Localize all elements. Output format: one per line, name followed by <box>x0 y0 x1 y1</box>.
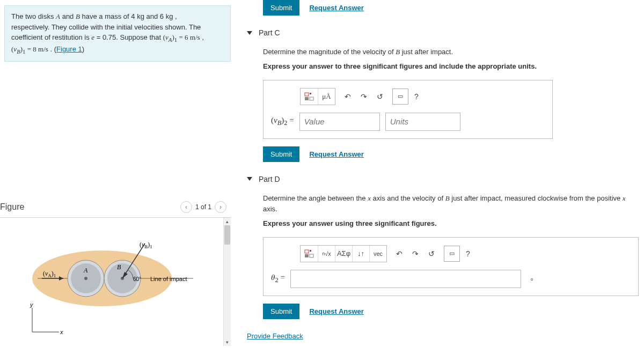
part-c-request-answer-link[interactable]: Request Answer <box>309 150 363 158</box>
part-c-units-input[interactable] <box>385 113 460 131</box>
part-d-submit-button[interactable]: Submit <box>263 304 299 319</box>
svg-rect-24 <box>305 97 309 100</box>
figure-link[interactable]: Figure 1 <box>56 45 82 53</box>
provide-feedback-link[interactable]: Provide Feedback <box>247 332 303 340</box>
pager-prev-button[interactable]: ‹ <box>180 201 192 213</box>
part-d-answer-frame: n√x ΑΣφ ↓↑ vec ↶ ↷ ↺ ▭ ? θ2 = ∘ <box>263 237 639 296</box>
scroll-up-icon[interactable]: ▴ <box>223 218 231 225</box>
redo-button-d[interactable]: ↷ <box>407 246 423 262</box>
part-c-submit-button[interactable]: Submit <box>263 146 299 162</box>
svg-text:A: A <box>83 267 88 274</box>
keyboard-button[interactable]: ▭ <box>392 88 408 105</box>
scroll-thumb[interactable] <box>224 225 230 245</box>
part-c-toggle[interactable] <box>247 31 252 35</box>
scroll-down-icon[interactable]: ▾ <box>223 338 231 346</box>
part-c-instr2: Express your answer to three significant… <box>263 61 639 72</box>
greek-button[interactable]: ΑΣφ <box>335 246 352 262</box>
templates-button-d[interactable] <box>301 246 318 262</box>
prompt-text: The two disks <box>11 12 56 20</box>
undo-button[interactable]: ↶ <box>340 88 356 105</box>
sqrt-button[interactable]: n√x <box>318 246 335 262</box>
svg-rect-29 <box>310 254 313 257</box>
reset-button[interactable]: ↺ <box>372 88 388 105</box>
svg-text:Line of impact: Line of impact <box>150 276 187 282</box>
figure-pager: ‹ 1 of 1 › <box>180 201 226 213</box>
svg-text:60°: 60° <box>133 276 141 282</box>
updown-button[interactable]: ↓↑ <box>352 246 369 262</box>
part-c-instr1: Determine the magnitude of the velocity … <box>263 47 639 58</box>
part-c-answer-frame: μÅ ↶ ↷ ↺ ▭ ? (vB)2 = <box>263 80 553 139</box>
keyboard-button-d[interactable]: ▭ <box>444 246 460 262</box>
units-mu-a-button[interactable]: μÅ <box>318 88 335 105</box>
reset-button-d[interactable]: ↺ <box>423 246 440 262</box>
part-c-value-input[interactable] <box>299 113 380 131</box>
part-d-toggle[interactable] <box>247 177 252 181</box>
part-d-instr1: Determine the angle between the x axis a… <box>263 193 639 216</box>
part-d-value-input[interactable] <box>290 270 521 288</box>
help-button[interactable]: ? <box>408 88 425 105</box>
redo-button[interactable]: ↷ <box>356 88 372 105</box>
submit-button-top[interactable]: Submit <box>263 0 299 16</box>
degree-symbol: ∘ <box>530 275 534 283</box>
part-c-eq-label: (vB)2 = <box>271 116 294 127</box>
collision-diagram: (vA)1 (vB)1 A B 60° Line of impact y x <box>5 227 209 340</box>
svg-text:B: B <box>117 263 121 271</box>
part-c-label: Part C <box>259 28 280 37</box>
vec-button[interactable]: vec <box>369 246 386 262</box>
svg-rect-25 <box>310 97 313 100</box>
figure-title: Figure <box>0 202 24 212</box>
svg-rect-22 <box>305 93 309 96</box>
svg-rect-26 <box>305 250 309 253</box>
undo-button-d[interactable]: ↶ <box>391 246 407 262</box>
pager-label: 1 of 1 <box>195 203 211 211</box>
templates-button[interactable] <box>301 88 318 105</box>
part-d-eq-label: θ2 = <box>271 273 285 284</box>
svg-text:y: y <box>30 301 34 308</box>
figure-scrollbar[interactable]: ▴ ▾ <box>223 218 231 346</box>
problem-prompt: The two disks A and B have a mass of 4 k… <box>4 5 231 62</box>
request-answer-link-top[interactable]: Request Answer <box>309 4 363 12</box>
part-d-instr2: Express your answer using three signific… <box>263 218 639 230</box>
help-button-d[interactable]: ? <box>460 246 476 262</box>
svg-point-4 <box>84 277 87 280</box>
svg-rect-27 <box>310 250 311 252</box>
figure-body: (vA)1 (vB)1 A B 60° Line of impact y x ▴… <box>0 217 231 346</box>
svg-rect-28 <box>305 254 309 257</box>
pager-next-button[interactable]: › <box>215 201 226 213</box>
part-d-label: Part D <box>259 175 280 183</box>
svg-text:x: x <box>60 329 63 335</box>
svg-text:(vB)1: (vB)1 <box>140 241 152 249</box>
part-d-request-answer-link[interactable]: Request Answer <box>309 307 363 315</box>
svg-rect-23 <box>310 93 311 94</box>
